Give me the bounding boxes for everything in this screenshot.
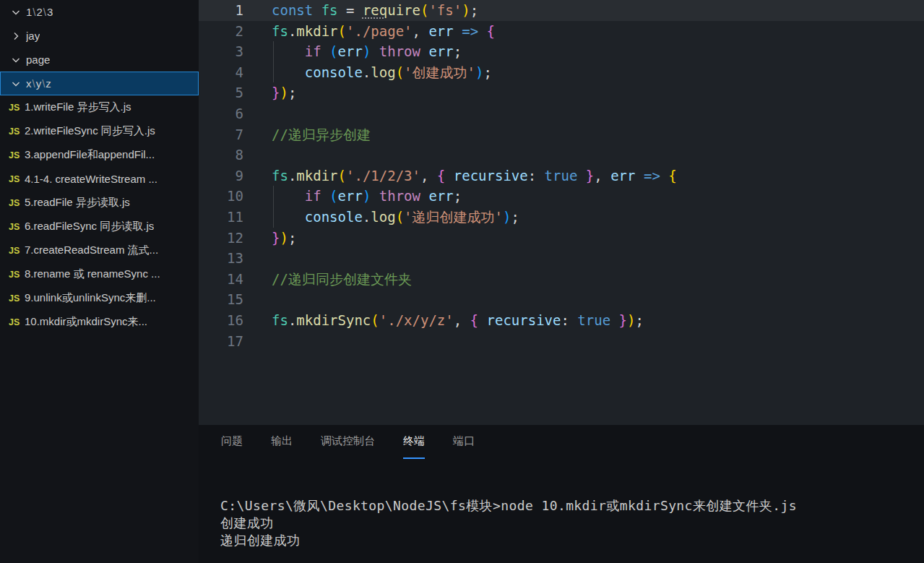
code-text: fs.mkdir('./1/2/3', { recursive: true },… [243, 166, 924, 186]
folder-segment: z [46, 77, 51, 90]
tree-file-1[interactable]: JS1.writeFile 异步写入.js [0, 95, 199, 119]
tree-folder-jay[interactable]: jay [0, 24, 199, 48]
code-token: ; [454, 43, 462, 59]
chevron-down-icon [10, 54, 22, 66]
js-file-icon: JS [9, 103, 25, 113]
code-token: mkdirSync [296, 312, 371, 328]
code-line-4[interactable]: 4 console.log('创建成功'); [199, 62, 924, 83]
js-file-icon: JS [9, 126, 25, 137]
js-file-icon: JS [9, 174, 25, 184]
code-token: ( [396, 64, 404, 80]
file-label: 7.createReadStream 流式... [25, 244, 158, 257]
code-token: ( [338, 168, 346, 184]
tree-folder-x-y-z[interactable]: x\y\z [0, 72, 199, 95]
code-line-2[interactable]: 2fs.mkdir('./page', err => { [199, 21, 924, 42]
code-token: ; [511, 209, 519, 225]
code-line-12[interactable]: 12}); [199, 228, 924, 249]
code-line-1[interactable]: 1const fs = require('fs'); [199, 0, 924, 21]
code-line-11[interactable]: 11 console.log('递归创建成功'); [199, 207, 924, 228]
code-token: } [272, 85, 280, 100]
indent-guide [273, 207, 274, 228]
js-file-icon: JS [9, 317, 25, 327]
code-token: , [594, 168, 610, 184]
tree-folder-1-2-3[interactable]: 1\2\3 [0, 0, 199, 24]
js-file-icon: JS [9, 222, 25, 232]
terminal-line-1: C:\Users\微风\Desktop\NodeJS\fs模块>node 10.… [220, 497, 917, 515]
bottom-panel: 问题输出调试控制台终端端口 C:\Users\微风\Desktop\NodeJS… [199, 425, 924, 563]
code-token: '递归创建成功' [404, 209, 503, 225]
tree-file-7[interactable]: JS7.createReadStream 流式... [0, 238, 199, 262]
code-token: } [619, 312, 627, 328]
folder-segment: 2 [37, 6, 43, 18]
line-number: 5 [199, 82, 243, 103]
tree-file-2[interactable]: JS2.writeFileSync 同步写入.js [0, 119, 199, 143]
code-line-10[interactable]: 10 if (err) throw err; [199, 186, 924, 207]
code-token: throw [379, 188, 420, 204]
tree-file-5[interactable]: JS5.readFile 异步读取.js [0, 191, 199, 215]
code-line-6[interactable]: 6 [199, 103, 924, 124]
tree-file-8[interactable]: JS8.rename 或 renameSync ... [0, 262, 199, 286]
code-line-16[interactable]: 16fs.mkdirSync('./x/y/z', { recursive: t… [199, 310, 924, 331]
code-token: err [428, 43, 453, 59]
code-token: ; [454, 188, 462, 204]
folder-label: 1\2\3 [26, 6, 53, 18]
panel-tab-problems[interactable]: 问题 [221, 425, 243, 459]
code-line-8[interactable]: 8 [199, 145, 924, 166]
folder-label: x\y\z [26, 77, 51, 90]
tree-file-3[interactable]: JS3.appendFile和appendFil... [0, 143, 199, 167]
line-number: 3 [199, 41, 243, 62]
code-line-17[interactable]: 17 [199, 331, 924, 352]
code-token: ) [363, 188, 371, 204]
main-column: 1const fs = require('fs');2fs.mkdir('./p… [199, 0, 924, 563]
tree-file-10[interactable]: JS10.mkdir或mkdirSync来... [0, 310, 199, 334]
file-label: 6.readFileSync 同步读取.js [25, 220, 154, 233]
code-token: => [462, 23, 478, 39]
panel-tab-output[interactable]: 输出 [271, 425, 293, 459]
code-text [243, 289, 924, 310]
code-token: mkdir [296, 168, 337, 184]
code-token [577, 168, 585, 184]
panel-tab-terminal[interactable]: 终端 [403, 425, 425, 459]
line-number: 8 [199, 145, 243, 166]
code-token: . [288, 23, 296, 39]
code-token: ) [503, 209, 511, 225]
code-line-7[interactable]: 7//递归异步创建 [199, 124, 924, 145]
code-token: log [371, 209, 395, 225]
code-token [478, 23, 486, 39]
code-token: err [338, 43, 363, 59]
js-file-icon: JS [9, 270, 25, 280]
code-token: log [371, 64, 395, 80]
line-number: 6 [199, 103, 243, 124]
code-line-9[interactable]: 9fs.mkdir('./1/2/3', { recursive: true }… [199, 166, 924, 186]
code-token: throw [379, 43, 420, 59]
js-file-icon: JS [9, 246, 25, 256]
tree-file-4[interactable]: JS4.1-4. createWriteStream ... [0, 167, 199, 191]
file-label: 5.readFile 异步读取.js [25, 196, 130, 210]
code-line-5[interactable]: 5}); [199, 82, 924, 103]
code-token: '创建成功' [404, 64, 475, 80]
code-token [660, 168, 668, 184]
tree-file-9[interactable]: JS9.unlink或unlinkSync来删... [0, 286, 199, 310]
code-token: ( [329, 188, 337, 204]
terminal-output[interactable]: C:\Users\微风\Desktop\NodeJS\fs模块>node 10.… [199, 459, 924, 549]
code-token: => [644, 168, 660, 184]
code-token: ; [470, 2, 478, 18]
code-token [569, 312, 577, 328]
code-token: ( [371, 312, 379, 328]
file-label: 4.1-4. createWriteStream ... [25, 173, 157, 185]
code-token: './x/y/z' [379, 312, 454, 328]
panel-tab-ports[interactable]: 端口 [453, 425, 475, 459]
code-line-15[interactable]: 15 [199, 289, 924, 310]
code-token [272, 43, 305, 59]
code-editor[interactable]: 1const fs = require('fs');2fs.mkdir('./p… [199, 0, 924, 425]
file-label: 3.appendFile和appendFil... [25, 148, 155, 162]
code-line-3[interactable]: 3 if (err) throw err; [199, 41, 924, 62]
tree-file-6[interactable]: JS6.readFileSync 同步读取.js [0, 215, 199, 238]
tree-folder-page[interactable]: page [0, 48, 199, 72]
code-line-14[interactable]: 14//递归同步创建文件夹 [199, 269, 924, 290]
code-line-13[interactable]: 13 [199, 248, 924, 269]
code-token: recursive [454, 168, 528, 184]
code-token [272, 64, 305, 80]
code-token: } [586, 168, 594, 184]
panel-tab-debug-console[interactable]: 调试控制台 [321, 425, 375, 459]
